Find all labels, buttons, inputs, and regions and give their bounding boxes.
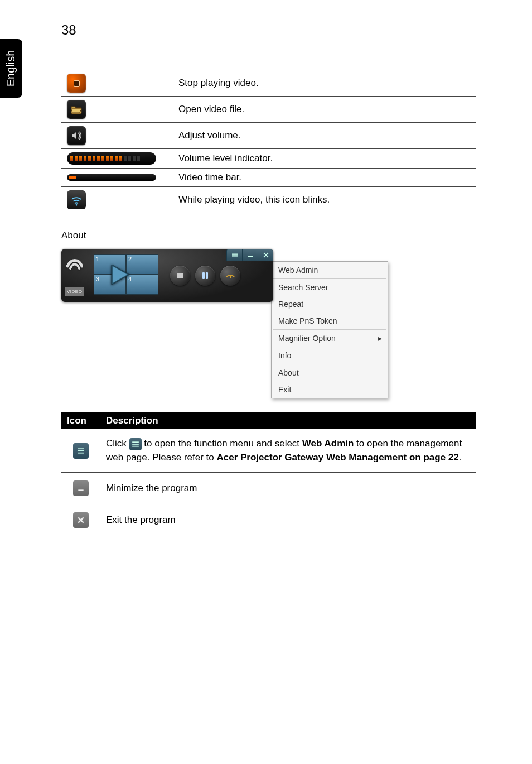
svg-rect-13 (78, 452, 84, 453)
menu-item-about[interactable]: About (272, 364, 388, 381)
svg-rect-14 (132, 441, 139, 443)
svg-rect-2 (232, 254, 238, 256)
icon-description-table: Stop playing video. Open video file. Adj… (61, 70, 476, 213)
svg-rect-4 (248, 256, 253, 257)
svg-rect-9 (206, 272, 208, 279)
table-row: Volume level indicator. (61, 149, 476, 169)
player-screenshot: VIDEO 1 2 3 4 (61, 249, 273, 302)
table-row: Stop playing video. (61, 70, 476, 97)
section-title-about: About (61, 230, 476, 241)
svg-rect-3 (232, 256, 238, 257)
description-cell: Exit the program (100, 504, 476, 536)
minimize-icon (73, 480, 89, 496)
fullscreen-button[interactable] (220, 266, 240, 286)
menu-icon-inline (129, 438, 142, 450)
description-cell: Click to open the function menu and sele… (100, 429, 476, 473)
menu-item-exit[interactable]: Exit (272, 381, 388, 398)
col-header-description: Description (100, 412, 476, 429)
icon-desc: Open video file. (173, 97, 476, 123)
time-bar-icon (67, 174, 156, 181)
icon-desc: Volume level indicator. (173, 149, 476, 169)
wifi-blink-icon (67, 190, 86, 209)
icon-desc: Adjust volume. (173, 123, 476, 149)
table-row: Video time bar. (61, 169, 476, 187)
menu-item-info[interactable]: Info (272, 347, 388, 364)
svg-rect-17 (78, 490, 83, 491)
titlebar-close-button[interactable] (258, 249, 273, 261)
svg-rect-1 (232, 253, 238, 254)
pause-button[interactable] (195, 266, 215, 286)
svg-rect-11 (78, 448, 84, 449)
open-file-icon (67, 100, 86, 119)
context-menu: Web Admin Search Server Repeat Make PnS … (271, 261, 388, 398)
icon-desc: While playing video, this icon blinks. (173, 187, 476, 213)
menu-item-label: Magnifier Option (278, 334, 336, 343)
titlebar-menu-button[interactable] (226, 249, 242, 261)
language-tab-label: English (5, 50, 18, 87)
svg-rect-12 (78, 450, 84, 451)
table-row: Open video file. (61, 97, 476, 123)
table-row: Minimize the program (61, 473, 476, 504)
close-icon (73, 512, 89, 528)
play-icon[interactable] (106, 261, 133, 290)
table-row: Adjust volume. (61, 123, 476, 149)
description-cell: Minimize the program (100, 473, 476, 504)
svg-rect-8 (202, 272, 205, 279)
icon-desc: Stop playing video. (173, 70, 476, 97)
table-row: While playing video, this icon blinks. (61, 187, 476, 213)
menu-item-make-pns-token[interactable]: Make PnS Token (272, 313, 388, 329)
menu-item-repeat[interactable]: Repeat (272, 296, 388, 313)
menu-item-magnifier-option[interactable]: Magnifier Option▸ (272, 330, 388, 347)
svg-rect-16 (132, 445, 139, 446)
icon-description-table-2: Icon Description Click to open the funct… (61, 412, 476, 536)
player-logo-icon (65, 252, 85, 275)
menu-item-search-server[interactable]: Search Server (272, 279, 388, 296)
submenu-arrow-icon: ▸ (378, 334, 382, 343)
svg-rect-15 (132, 444, 139, 445)
menu-icon (73, 443, 89, 459)
menu-item-web-admin[interactable]: Web Admin (272, 262, 388, 278)
page-number: 38 (61, 22, 76, 38)
col-header-icon: Icon (61, 412, 100, 429)
svg-rect-7 (177, 273, 183, 278)
table-row: Exit the program (61, 504, 476, 536)
stop-icon (67, 74, 86, 93)
volume-icon (67, 126, 86, 145)
language-tab: English (0, 39, 22, 98)
stop-button[interactable] (170, 266, 190, 286)
icon-desc: Video time bar. (173, 169, 476, 187)
volume-bar-icon (67, 152, 156, 165)
table-row: Click to open the function menu and sele… (61, 429, 476, 473)
titlebar-minimize-button[interactable] (242, 249, 258, 261)
player-video-label: VIDEO (65, 287, 84, 296)
svg-marker-6 (113, 266, 127, 283)
svg-point-0 (76, 204, 78, 206)
svg-rect-10 (230, 276, 231, 278)
